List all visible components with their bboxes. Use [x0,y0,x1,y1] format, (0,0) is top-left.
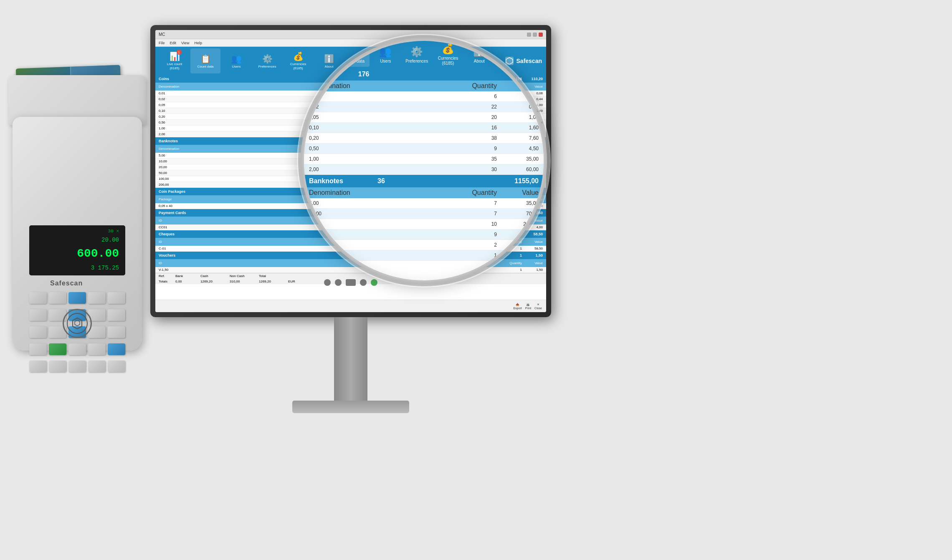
key-25[interactable] [108,361,125,372]
win-maximize[interactable] [533,33,537,37]
mag-count-data-btn[interactable]: 📋 Count data [339,43,370,67]
mag-banknotes-val: 1155,00 [505,177,539,185]
preferences-label: Preferences [258,65,276,68]
mag-note-50: 50,00 9 450,00 [304,230,544,240]
logo-inner [67,313,88,334]
mag-note-20: 20,00 10 200,00 [304,219,544,230]
key-15[interactable] [108,326,125,338]
mag-count-data-icon: 📋 [348,46,361,58]
monitor-stand [334,317,367,409]
mag-live-count-icon: 📊1 [317,43,329,55]
mag-note-100: 100,00 2 200 [304,240,544,250]
key-21[interactable] [29,361,47,372]
display-multiplier: 30 × [108,228,119,235]
mag-note-denom-col: Denomination [309,189,455,197]
mag-live-count-badge: 1 [325,41,331,47]
menu-view[interactable]: View [181,41,189,45]
magnify-inner: 📊1 count(6185) 📋 Count data 👥 Users ⚙️ P… [304,41,544,280]
toolbar-users[interactable]: 👥 Users [221,48,251,73]
count-data-icon: 📋 [200,54,211,64]
mag-live-count-label: count(6185) [317,56,329,66]
mag-safescan-logo: Safescan [497,49,539,60]
mag-coins-header: Coins 176 110,20 [304,68,544,81]
count-data-label: Count data [197,65,213,68]
key-22[interactable] [49,361,66,372]
key-20[interactable] [108,343,125,355]
key-5[interactable] [108,292,125,304]
magnify-circle: 📊1 count(6185) 📋 Count data 👥 Users ⚙️ P… [301,38,547,284]
key-2[interactable] [49,292,66,304]
key-3[interactable] [68,292,86,304]
mag-denom-col: Denomination [309,82,455,90]
mag-coin-050: 0,50 9 4,50 [304,144,544,154]
mag-currencies-icon: 💰 [442,43,454,55]
safescan-icon [71,317,84,330]
mag-about-label: About [474,59,485,63]
mag-currencies-btn[interactable]: 💰 Currencies(6185) [433,43,463,67]
print-button[interactable]: 🖨️ Print [525,303,531,310]
print-label: Print [525,307,531,310]
mag-coin-100: 1,00 35 35,00 [304,154,544,164]
export-icon: 📤 [516,303,519,306]
key-18[interactable] [68,343,86,355]
machine-brand-label: Safescan [50,280,83,287]
mag-about-icon: ℹ️ [473,46,486,58]
live-count-label: Live count(6185) [167,62,182,70]
mag-banknotes-header: Banknotes 36 1155,00 [304,175,544,187]
mag-users-label: Users [380,59,391,63]
win-close[interactable] [539,33,543,37]
mag-safescan-label: Safescan [510,51,539,58]
close-label: Close [534,307,542,310]
key-11[interactable] [29,326,47,338]
key-24[interactable] [88,361,106,372]
key-17[interactable] [49,343,66,355]
mag-count-data-label: Count data [344,59,365,63]
mag-coin-001: 0,01 6 0,06 [304,91,544,102]
mag-preferences-btn[interactable]: ⚙️ Preferences [402,43,432,67]
machine-body: 30 × 20.00 600.00 3 175.25 Safescan [13,117,142,351]
currencies-icon: 💰 [293,51,304,61]
mag-coins-col-header: Denomination Quantity Value [304,81,544,91]
mag-note-qty-col: Quantity [455,189,497,197]
key-16[interactable] [29,343,47,355]
menu-edit[interactable]: Edit [170,41,177,45]
close-button[interactable]: ✕ Close [534,303,542,310]
mag-banknotes-qty: 36 [352,177,385,185]
win-minimize[interactable] [527,33,531,37]
display-grand-total: 3 175.25 [91,263,119,272]
menu-file[interactable]: File [159,41,165,45]
export-button[interactable]: 📤 Export [513,303,522,310]
mag-coins-val: 110,20 [505,71,539,78]
live-count-icon: 📊1 [170,51,180,61]
mag-preferences-icon: ⚙️ [410,46,423,58]
mag-note-200: 00,00 1 [304,250,544,261]
mag-about-btn[interactable]: ℹ️ About [464,43,494,67]
mag-val-col: Value [497,82,539,90]
display-value1: 20.00 [101,235,119,245]
key-4[interactable] [88,292,106,304]
window-controls [527,33,543,37]
key-6[interactable] [29,309,47,321]
toolbar-live-count[interactable]: 📊1 Live count(6185) [160,48,190,73]
machine-display: 30 × 20.00 600.00 3 175.25 [29,225,125,275]
mag-table-container: Coins 176 110,20 Denomination Quantity V… [304,68,544,261]
mag-users-btn[interactable]: 👥 Users [371,43,401,67]
preferences-icon: ⚙️ [262,54,273,64]
mag-preferences-label: Preferences [405,59,428,63]
app-bottombar: 📤 Export 🖨️ Print ✕ Close [155,300,546,312]
mag-coin-002: 0,02 22 0,44 [304,102,544,112]
export-label: Export [513,307,522,310]
key-23[interactable] [68,361,86,372]
key-10[interactable] [108,309,125,321]
toolbar-count-data[interactable]: 📋 Count data [190,48,220,73]
key-19[interactable] [88,343,106,355]
mag-banknotes-label: Banknotes [309,177,343,185]
key-1[interactable] [29,292,47,304]
toolbar-preferences[interactable]: ⚙️ Preferences [252,48,282,73]
menu-help[interactable]: Help [194,41,202,45]
cash-counter-machine: 20 EUROEYΡΩEBPO 30 × 20.00 600.00 3 175.… [0,33,154,359]
mag-coin-200: 2,00 30 60,00 [304,164,544,175]
close-icon: ✕ [537,303,539,306]
mag-safescan-icon [497,49,508,60]
mag-live-count-btn[interactable]: 📊1 count(6185) [308,43,338,67]
